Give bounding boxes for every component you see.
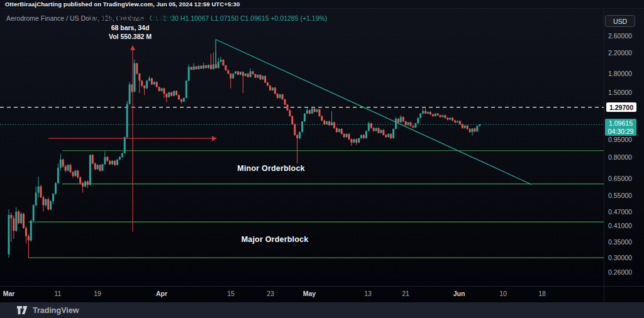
- candle-body: [425, 111, 426, 114]
- candle-body: [267, 82, 269, 85]
- candle-body: [183, 98, 185, 102]
- tradingview-snapshot: OtterBiraajCharting published on Trading…: [0, 0, 644, 318]
- candle-body: [382, 130, 384, 135]
- currency-toggle-button[interactable]: USD: [605, 15, 635, 27]
- candle-body: [240, 72, 242, 75]
- level-price-label[interactable]: 1.29700: [606, 102, 636, 112]
- candle-body: [370, 123, 372, 128]
- time-axis-tick: 10: [499, 290, 507, 297]
- candle-body: [225, 65, 226, 70]
- candle-body: [67, 165, 69, 170]
- candle-body: [168, 92, 170, 97]
- measure-price-change: 1.99046 (513.67%) 199.046: [89, 14, 171, 23]
- candle-body: [220, 60, 222, 62]
- candle-body: [306, 110, 308, 113]
- candle-body: [323, 121, 325, 124]
- candle-body: [368, 123, 370, 131]
- candle-body: [42, 197, 44, 206]
- candle-body: [341, 129, 343, 134]
- candle-body: [255, 74, 257, 78]
- candle-body: [178, 95, 180, 99]
- candle-body: [79, 177, 81, 183]
- candle-body: [447, 118, 448, 120]
- candle-body: [35, 193, 37, 206]
- candle-body: [373, 128, 375, 131]
- candle-body: [33, 206, 35, 221]
- candle-body: [464, 126, 466, 128]
- candle-body: [296, 135, 298, 138]
- candle-body: [89, 155, 91, 185]
- candle-body: [188, 67, 190, 81]
- descending-trendline[interactable]: [216, 40, 531, 185]
- candle-body: [104, 157, 106, 165]
- candle-body: [158, 87, 160, 90]
- candle-body: [15, 212, 17, 231]
- candle-body: [10, 215, 12, 218]
- candle-body: [101, 164, 103, 170]
- candle-body: [294, 124, 296, 135]
- candle-body: [471, 128, 473, 132]
- price-axis-tick: 0.55000: [608, 192, 632, 199]
- major-orderblock-label: Major Orderblock: [242, 235, 309, 244]
- candle-body: [84, 182, 86, 187]
- candle-body: [417, 118, 419, 124]
- candle-body: [282, 94, 284, 99]
- price-axis-tick: 0.41000: [608, 222, 632, 229]
- candle-body: [20, 214, 22, 223]
- candle-body: [136, 63, 138, 74]
- candle-body: [235, 72, 236, 74]
- candle-body: [353, 140, 355, 143]
- candle-body: [269, 85, 271, 90]
- candle-body: [186, 80, 187, 97]
- candle-body: [299, 132, 301, 138]
- time-axis-tick: Mar: [3, 290, 15, 297]
- orderblock-lines[interactable]: [28, 151, 604, 258]
- candle-body: [175, 91, 177, 96]
- candle-body: [62, 160, 64, 167]
- candle-body: [321, 116, 323, 121]
- candle-body: [232, 74, 234, 78]
- time-axis-tick: May: [303, 290, 316, 297]
- candle-body: [223, 60, 225, 65]
- candle-body: [444, 115, 446, 118]
- candle-body: [165, 94, 167, 97]
- candle-body: [336, 128, 338, 132]
- candle-body: [392, 129, 394, 138]
- candle-body: [72, 172, 74, 176]
- tradingview-logo-icon[interactable]: [17, 306, 28, 314]
- candle-body: [77, 171, 79, 178]
- candle-body: [437, 114, 439, 116]
- tradingview-brand-text[interactable]: TradingView: [33, 306, 79, 315]
- candle-body: [316, 109, 318, 112]
- measure-right-arrow: [212, 136, 217, 141]
- candle-body: [395, 119, 397, 129]
- price-axis-tick: 0.47000: [608, 208, 632, 216]
- candle-body: [242, 72, 244, 75]
- date-price-range-tool[interactable]: [48, 45, 217, 232]
- candle-body: [87, 182, 89, 185]
- candle-body: [70, 165, 72, 172]
- candle-body: [252, 72, 254, 75]
- chart-pane[interactable]: [0, 0, 644, 318]
- candle-body: [454, 121, 456, 123]
- candle-body: [60, 160, 62, 168]
- candle-body: [264, 76, 266, 83]
- time-axis-tick: Jun: [453, 290, 465, 297]
- time-axis-tick: 15: [227, 290, 235, 297]
- price-axis-tick: 0.35000: [608, 238, 632, 246]
- candle-body: [449, 118, 451, 120]
- candle-body: [479, 124, 480, 126]
- candle-body: [213, 64, 214, 69]
- measure-bar-count: 68 bars, 34d: [89, 23, 171, 33]
- ohlc-values: O1.08330 H1.10067 L1.07150 C1.09615 +0.0…: [150, 14, 328, 22]
- candle-body: [133, 63, 135, 92]
- candle-body: [346, 134, 348, 137]
- candle-body: [23, 214, 25, 228]
- candle-body: [116, 160, 118, 165]
- candles-layer: [8, 52, 481, 258]
- price-axis-tick: 0.30000: [608, 254, 632, 261]
- minor-orderblock-label: Minor Orderblock: [237, 164, 304, 173]
- candle-body: [326, 121, 328, 124]
- candle-body: [272, 87, 274, 90]
- candle-body: [441, 115, 443, 117]
